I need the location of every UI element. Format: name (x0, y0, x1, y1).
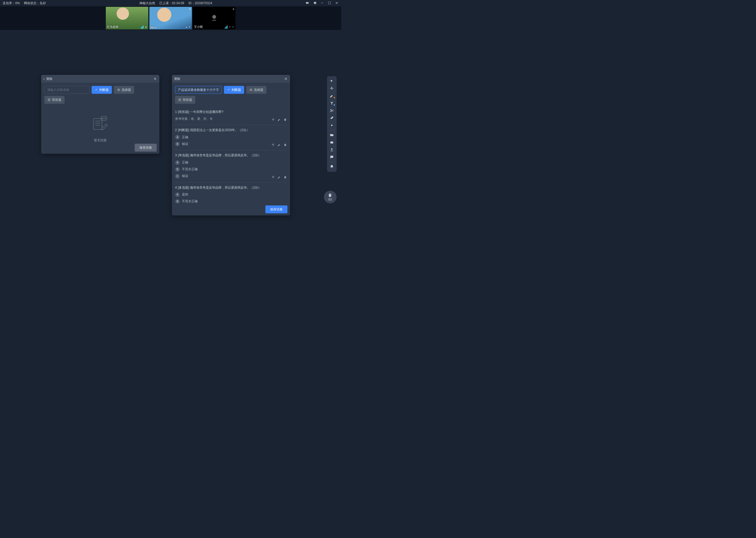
add-short-answer-button[interactable]: 简答题 (44, 96, 65, 104)
video-tile[interactable]: × 王小明 (193, 7, 235, 29)
option-text: 是的 (182, 192, 188, 197)
audio-level-icon (141, 26, 147, 28)
camera-off-icon (210, 13, 219, 23)
tool-palette (327, 76, 337, 172)
question-type-tag: [判断题] (178, 128, 189, 133)
quiz-name-chip[interactable]: 产品说试卷名称最多十六个字 (175, 86, 222, 94)
video-tile[interactable]: 叮当老师 (106, 7, 148, 29)
save-quiz-button[interactable]: 保存试卷 (265, 205, 287, 213)
folder-tool-icon[interactable] (328, 132, 336, 138)
question-option[interactable]: B 不完全正确 (175, 199, 287, 203)
quiz-panel-empty: ‹ 测验 ✕ 判断题 选择题 简答题 (41, 75, 159, 154)
svg-rect-0 (321, 3, 323, 3)
add-judge-button[interactable]: 判断题 (92, 86, 112, 94)
packet-loss: 丢包率：0% (3, 1, 20, 6)
eraser-tool-icon[interactable] (328, 115, 336, 121)
video-tile[interactable]: × Nina (149, 7, 192, 29)
option-badge: B (175, 167, 180, 172)
svg-point-15 (251, 89, 252, 90)
audio-level-icon (185, 26, 191, 28)
add-judge-button[interactable]: 判断题 (224, 86, 244, 94)
option-badge: A (175, 160, 180, 165)
close-window-icon[interactable] (335, 1, 339, 6)
quiz-name-input[interactable] (44, 86, 89, 94)
option-text: 错误 (182, 174, 188, 178)
svg-rect-6 (93, 119, 102, 130)
pen-tool-icon[interactable] (328, 92, 336, 99)
option-badge: A (175, 135, 180, 139)
question-option[interactable]: C 错误 (175, 174, 287, 179)
elapsed-time: 已上课：02:34:09 (159, 1, 184, 6)
scissors-tool-icon[interactable] (328, 107, 336, 114)
toolbox-icon[interactable] (328, 139, 336, 146)
hand-raise-badge[interactable]: 0/2 (324, 191, 337, 203)
laser-tool-icon[interactable] (328, 122, 336, 129)
question-option[interactable]: B 错误 (175, 141, 287, 146)
option-text: 不完全正确 (182, 167, 198, 172)
question-text: 我国宪法上一次更新是在2020年。（2分） (190, 128, 249, 133)
delete-icon[interactable] (283, 176, 287, 180)
svg-point-1 (186, 27, 187, 28)
add-choice-button[interactable]: 选择题 (114, 86, 134, 94)
question-text: 施华洛世奇是反华品牌，所以梁鼎琪反华。（2分） (190, 185, 261, 190)
top-bar: 丢包率：0% 网络状态：良好 神秘大自然 已上课：02:34:09 ID：202… (0, 0, 341, 6)
move-icon[interactable] (271, 176, 275, 180)
chat-icon[interactable] (328, 154, 336, 161)
participant-name: 王小明 (194, 25, 203, 29)
session-id: ID：2020070324 (188, 1, 213, 6)
question-number: 4 (175, 185, 177, 190)
question-option[interactable]: A 正确 (175, 160, 287, 165)
move-icon[interactable] (271, 143, 275, 147)
delete-icon[interactable] (283, 118, 287, 122)
question: 2 [判断题] 我国宪法上一次更新是在2020年。（2分） A 正确 B 错误 (175, 125, 287, 150)
question-option[interactable]: B 不完全正确 (175, 167, 287, 172)
question: 4 [多选题] 施华洛世奇是反华品牌，所以梁鼎琪反华。（2分） A 是的 B 不… (175, 183, 287, 203)
add-choice-button[interactable]: 选择题 (246, 86, 266, 94)
question: 3 [单选题] 施华洛世奇是反华品牌，所以梁鼎琪反华。（2分） A 正确 B 不… (175, 150, 287, 182)
svg-point-19 (331, 125, 332, 126)
close-icon[interactable]: ✕ (154, 77, 157, 81)
move-tool-icon[interactable] (328, 85, 336, 92)
close-icon[interactable]: ✕ (284, 77, 287, 81)
option-badge: C (175, 174, 180, 179)
participant-name: 叮当老师 (107, 25, 118, 29)
minimize-icon[interactable] (320, 1, 324, 6)
network-status: 网络状态：良好 (24, 1, 46, 6)
option-text: 正确 (182, 135, 188, 139)
svg-point-12 (103, 118, 104, 119)
bell-icon[interactable] (328, 163, 336, 170)
move-icon[interactable] (271, 118, 275, 122)
add-short-answer-button[interactable]: 简答题 (175, 96, 195, 104)
audio-level-icon (225, 26, 234, 28)
question-type-tag: [多选题] (178, 185, 189, 190)
back-icon[interactable]: ‹ (43, 77, 45, 81)
question-type-tag: [单选题] (178, 153, 189, 158)
edit-icon[interactable] (277, 176, 281, 180)
text-tool-icon[interactable] (328, 100, 336, 107)
person-icon[interactable] (328, 146, 336, 153)
quiz-panel-filled: 测验 ✕ 产品说试卷名称最多十六个字 判断题 选择题 简答题 1 [简答题] 一… (172, 75, 290, 215)
fullscreen-icon[interactable] (328, 1, 331, 6)
camera-toggle-icon[interactable] (306, 1, 309, 6)
question-option[interactable]: A 是的 (175, 192, 287, 197)
option-badge: B (175, 199, 180, 203)
option-text: 错误 (182, 142, 188, 146)
question: 1 [简答题] 一年四季分别是哪四季?参考答案：春、夏、秋、冬 (175, 107, 287, 125)
svg-point-21 (331, 148, 332, 150)
panel-title: 测验 (174, 77, 284, 81)
question-text: 一年四季分别是哪四季? (190, 110, 223, 115)
settings-icon[interactable] (313, 1, 316, 6)
question-option[interactable]: A 正确 (175, 135, 287, 139)
svg-point-4 (118, 89, 119, 90)
delete-icon[interactable] (283, 143, 287, 147)
course-title: 神秘大自然 (139, 1, 155, 6)
svg-rect-16 (179, 99, 181, 101)
edit-icon[interactable] (277, 118, 281, 122)
question-number: 2 (175, 128, 177, 133)
close-tile-icon[interactable]: × (189, 7, 191, 11)
pointer-tool-icon[interactable] (328, 78, 336, 84)
close-tile-icon[interactable]: × (233, 7, 234, 11)
save-quiz-button[interactable]: 保存试卷 (135, 144, 157, 152)
edit-icon[interactable] (277, 143, 281, 147)
svg-rect-20 (330, 141, 333, 143)
